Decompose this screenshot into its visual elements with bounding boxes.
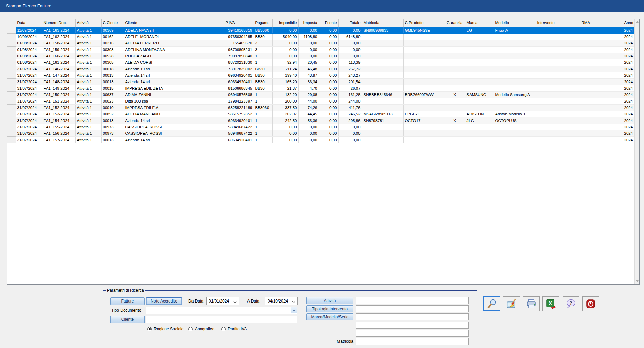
table-row[interactable]: 31/07/2024FA1_151-2024Attività 100023Dit… (7, 98, 636, 104)
table-row[interactable]: 01/08/2024FA1_159-2024Attività 100303ADE… (7, 46, 636, 53)
cell[interactable] (536, 104, 580, 111)
cell[interactable] (580, 66, 623, 72)
cell[interactable] (444, 53, 465, 59)
cell[interactable] (444, 104, 465, 111)
cell[interactable] (362, 59, 403, 66)
cell[interactable]: FA1_151-2024 (42, 98, 75, 104)
cell[interactable]: 69634920401 (224, 72, 254, 78)
cell[interactable]: 211,24 (272, 66, 298, 72)
row-header[interactable] (7, 111, 16, 117)
cell[interactable]: SAMSUNG (465, 91, 494, 98)
cell[interactable] (403, 46, 444, 53)
cell[interactable]: BB30 (254, 66, 272, 72)
cell[interactable] (362, 124, 403, 130)
cell[interactable] (444, 98, 465, 104)
cell[interactable]: GML945NS9E (403, 27, 444, 33)
cell[interactable]: 36,34 (298, 78, 319, 85)
cell[interactable]: 74,26 (298, 104, 319, 111)
cell[interactable] (494, 104, 536, 111)
cell[interactable] (465, 124, 494, 130)
cell[interactable]: 73917835002 (224, 66, 254, 72)
cell[interactable] (580, 78, 623, 85)
cell[interactable]: Frigo-A (494, 27, 536, 33)
cell[interactable]: 2024 (623, 85, 636, 91)
cell[interactable]: CASSIOPEA ROSSI (124, 130, 224, 136)
cell[interactable]: 0,00 (319, 72, 338, 78)
cell[interactable]: 00013 (101, 78, 124, 85)
cell[interactable]: 97656304285 (224, 33, 254, 40)
cell[interactable]: 00162 (101, 33, 124, 40)
cell[interactable] (465, 136, 494, 143)
cell[interactable]: 31/07/2024 (16, 91, 42, 98)
cell[interactable] (403, 72, 444, 78)
cell[interactable]: 00973 (101, 124, 124, 130)
cell[interactable]: FA1_159-2024 (42, 46, 75, 53)
cell[interactable]: 0,00 (338, 124, 362, 130)
cell[interactable]: ADELINA MONTAGNA (124, 46, 224, 53)
cell[interactable]: 0,00 (298, 27, 319, 33)
cell[interactable]: 0,00 (319, 130, 338, 136)
cell[interactable]: 11/09/2024 (16, 27, 42, 33)
cell[interactable] (536, 136, 580, 143)
cell[interactable] (536, 85, 580, 91)
cell[interactable]: 46,48 (298, 66, 319, 72)
cell[interactable] (444, 27, 465, 33)
table-row[interactable]: 10/09/2024FA1_162-2024Attività 100162ADE… (7, 33, 636, 40)
column-header-esente[interactable]: Esente (319, 19, 338, 27)
cell[interactable]: 1108,80 (298, 33, 319, 40)
column-header-modello[interactable]: Modello (494, 19, 536, 27)
cell[interactable]: BRB26600FWW (403, 91, 444, 98)
cell[interactable]: Attività 1 (75, 33, 101, 40)
radio-circle-icon[interactable] (147, 327, 152, 331)
cell[interactable] (403, 98, 444, 104)
cell[interactable]: Attività 1 (75, 91, 101, 98)
da-data-datepicker[interactable]: 01/01/2024 (206, 297, 239, 305)
column-header-p-iva[interactable]: P.IVA (224, 19, 254, 27)
radio-circle-icon[interactable] (188, 327, 193, 331)
cell[interactable]: 1 (254, 124, 272, 130)
row-header[interactable] (7, 59, 16, 66)
cell[interactable] (580, 59, 623, 66)
cell[interactable] (362, 130, 403, 136)
cell[interactable]: Attività 1 (75, 98, 101, 104)
scroll-up-icon[interactable] (636, 21, 639, 23)
cell[interactable]: 31/07/2024 (16, 130, 42, 136)
cell[interactable]: 10/09/2024 (16, 33, 42, 40)
cell[interactable] (580, 85, 623, 91)
column-header-pagam-[interactable]: Pagam. (254, 19, 272, 27)
export-excel-button[interactable]: X (542, 296, 559, 311)
row-header[interactable] (7, 130, 16, 136)
cell[interactable] (362, 98, 403, 104)
cell[interactable]: 0,00 (319, 111, 338, 117)
radio-partita-iva[interactable]: Partita IVA (221, 327, 247, 331)
table-row[interactable]: 31/07/2024FA1_157-2024Attività 100013Azi… (7, 136, 636, 143)
cell[interactable] (444, 46, 465, 53)
cell[interactable]: 2024 (623, 91, 636, 98)
column-header-c-prodotto[interactable]: C.Prodotto (403, 19, 444, 27)
cell[interactable]: 2024 (623, 124, 636, 130)
cell[interactable]: Attività 1 (75, 130, 101, 136)
cell[interactable]: 0,00 (298, 136, 319, 143)
cell[interactable] (403, 66, 444, 72)
cell[interactable] (444, 85, 465, 91)
row-header[interactable] (7, 33, 16, 40)
cell[interactable]: 00023 (101, 98, 124, 104)
cell[interactable]: 0,00 (272, 53, 298, 59)
cell[interactable]: Attività 1 (75, 117, 101, 124)
cell[interactable]: 00013 (101, 117, 124, 124)
cell[interactable]: 06940576508 (224, 91, 254, 98)
cell[interactable] (536, 117, 580, 124)
cell[interactable] (362, 78, 403, 85)
cell[interactable] (580, 46, 623, 53)
cell[interactable] (536, 91, 580, 98)
table-row[interactable]: 31/07/2024FA1_147-2024Attività 100013Azi… (7, 72, 636, 78)
cell[interactable]: IMPRESA EDILE A (124, 104, 224, 111)
cell[interactable] (465, 72, 494, 78)
cell[interactable]: 58515752352 (224, 111, 254, 117)
row-header[interactable] (7, 136, 16, 143)
cell[interactable]: 3 (254, 40, 272, 46)
radio-ragione-sociale[interactable]: Ragione Sociale (147, 327, 183, 331)
cell[interactable]: 31/07/2024 (16, 98, 42, 104)
cell[interactable]: 0,00 (298, 53, 319, 59)
cell[interactable]: FA1_146-2024 (42, 66, 75, 72)
